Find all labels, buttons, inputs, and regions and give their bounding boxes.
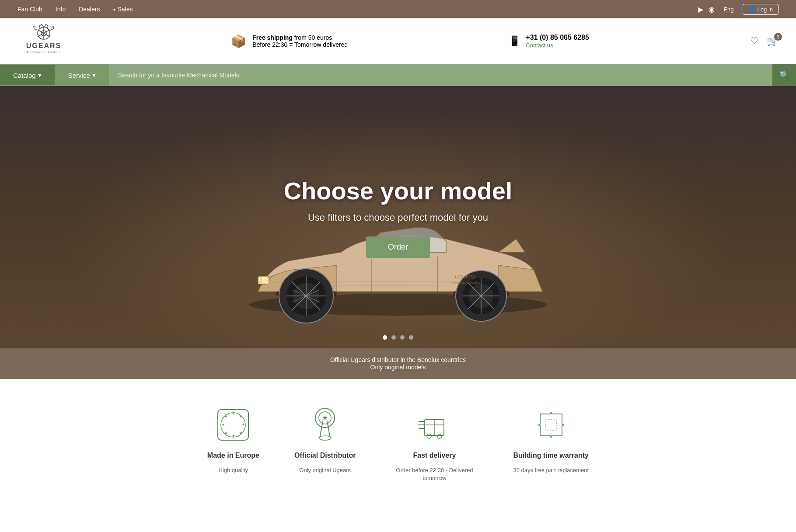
- order-button[interactable]: Order: [366, 236, 430, 258]
- hero-title: Choose your model: [284, 177, 513, 205]
- phone-area: 📱 +31 (0) 85 065 6285 Contact us: [509, 34, 589, 49]
- info-link[interactable]: Info: [56, 6, 66, 13]
- svg-text:★: ★: [232, 434, 235, 438]
- service-nav-item[interactable]: Service ▾: [55, 65, 109, 85]
- distributor-banner: Official Ugears distributor in the Benel…: [0, 348, 796, 379]
- shipping-from: from 50 euros: [294, 34, 332, 41]
- catalog-label: Catalog: [13, 72, 36, 79]
- feature-europe-title: Made in Europe: [207, 452, 259, 459]
- svg-text:★: ★: [224, 414, 227, 418]
- search-input[interactable]: [109, 66, 772, 85]
- original-models-link[interactable]: Only original models: [370, 364, 426, 371]
- search-icon: 🔍: [779, 71, 789, 80]
- dealers-link[interactable]: Dealers: [79, 6, 100, 13]
- user-icon: 👤: [748, 6, 755, 13]
- distributor-text: Official Ugears distributor in the Benel…: [8, 356, 788, 363]
- logo-svg: UGEARS Mechanical Models: [17, 24, 70, 59]
- svg-text:★: ★: [322, 414, 328, 421]
- feature-distributor-desc: Only original Ugears: [299, 466, 351, 474]
- top-bar-links: Fan Club Info Dealers ● Sales: [17, 6, 133, 13]
- feature-distributor: ★ Official Distributor Only original Uge…: [294, 405, 356, 482]
- svg-text:★: ★: [242, 423, 245, 427]
- top-bar-right: ▶ ◉ Eng 👤 Log in: [698, 4, 779, 15]
- svg-text:★: ★: [239, 431, 242, 435]
- feature-delivery-desc: Order before 22.30 - Delivered tomorrow: [391, 466, 478, 482]
- service-label: Service: [68, 72, 90, 79]
- hero-dot-4[interactable]: [409, 335, 413, 340]
- logo-area: UGEARS Mechanical Models: [17, 24, 70, 59]
- catalog-nav-item[interactable]: Catalog ▾: [0, 65, 55, 85]
- svg-point-57: [427, 434, 431, 438]
- header: UGEARS Mechanical Models 📦 Free shipping…: [0, 18, 796, 64]
- youtube-icon[interactable]: ▶: [698, 5, 703, 14]
- cart-button[interactable]: 🛒 3: [767, 35, 779, 47]
- shipping-info: 📦 Free shipping from 50 euros Before 22:…: [231, 34, 348, 49]
- wishlist-button[interactable]: ♡: [750, 35, 759, 47]
- delivery-icon: [415, 405, 454, 445]
- search-button[interactable]: 🔍: [772, 64, 796, 86]
- phone-number: +31 (0) 85 065 6285: [526, 34, 589, 42]
- header-actions: ♡ 🛒 3: [750, 35, 779, 47]
- feature-europe: ★ ★ ★ ★ ★ ★ ★ ★ Made in Europe High qual…: [207, 405, 259, 482]
- catalog-chevron-icon: ▾: [38, 71, 42, 79]
- svg-line-46: [327, 421, 330, 438]
- hero-dot-3[interactable]: [400, 335, 405, 340]
- feature-delivery-title: Fast delivery: [413, 452, 456, 459]
- service-chevron-icon: ▾: [92, 71, 96, 79]
- svg-point-50: [319, 436, 331, 440]
- social-links: ▶ ◉: [698, 5, 715, 14]
- hero-dot-2[interactable]: [391, 335, 396, 340]
- feature-delivery: Fast delivery Order before 22.30 - Deliv…: [391, 405, 478, 482]
- shipping-icon: 📦: [231, 34, 246, 49]
- search-area: 🔍: [109, 64, 796, 86]
- svg-text:UGEARS: UGEARS: [455, 274, 475, 279]
- svg-text:UGEARS: UGEARS: [26, 42, 61, 49]
- phone-icon: 📱: [509, 35, 520, 47]
- feature-distributor-title: Official Distributor: [294, 452, 356, 459]
- language-selector[interactable]: Eng: [723, 6, 733, 13]
- features-section: ★ ★ ★ ★ ★ ★ ★ ★ Made in Europe High qual…: [0, 379, 796, 508]
- top-bar: Fan Club Info Dealers ● Sales ▶ ◉ Eng 👤 …: [0, 0, 796, 18]
- shipping-strong: Free shipping: [252, 34, 293, 41]
- hero-dot-1[interactable]: [383, 335, 387, 340]
- shipping-text: Free shipping from 50 euros Before 22:30…: [252, 34, 348, 48]
- svg-text:Mechanical Models: Mechanical Models: [27, 51, 61, 54]
- puzzle-icon: [531, 405, 571, 445]
- feature-warranty-desc: 30 days free part replacement: [513, 466, 589, 474]
- feature-warranty-title: Building time warranty: [513, 452, 589, 459]
- contact-link[interactable]: Contact us: [526, 42, 553, 49]
- sales-link[interactable]: ● Sales: [113, 6, 133, 13]
- feature-europe-desc: High quality: [218, 466, 248, 474]
- europe-icon: ★ ★ ★ ★ ★ ★ ★ ★: [213, 405, 253, 445]
- svg-line-45: [320, 421, 323, 438]
- medal-icon: ★: [305, 405, 345, 445]
- svg-text:★: ★: [224, 431, 227, 435]
- cart-badge: 3: [774, 33, 782, 41]
- svg-text:★: ★: [232, 411, 235, 415]
- fan-club-link[interactable]: Fan Club: [17, 6, 42, 13]
- svg-text:Mechanical Models: Mechanical Models: [450, 281, 480, 285]
- svg-text:★: ★: [222, 423, 225, 427]
- hero-subtitle: Use filters to choose perfect model for …: [284, 212, 513, 223]
- instagram-icon[interactable]: ◉: [709, 5, 715, 14]
- svg-point-58: [437, 434, 442, 438]
- login-button[interactable]: 👤 Log in: [743, 4, 779, 15]
- shipping-line2: Before 22:30 = Tomorrow delivered: [252, 41, 348, 48]
- phone-details: +31 (0) 85 065 6285 Contact us: [526, 34, 589, 49]
- hero-dots: [383, 335, 413, 340]
- svg-text:★: ★: [239, 414, 242, 418]
- hero-content: Choose your model Use filters to choose …: [284, 177, 513, 258]
- nav-bar: Catalog ▾ Service ▾ 🔍: [0, 64, 796, 86]
- feature-warranty: Building time warranty 30 days free part…: [513, 405, 589, 482]
- hero-section: UGEARS Mechanical Models Choose your mod…: [0, 86, 796, 348]
